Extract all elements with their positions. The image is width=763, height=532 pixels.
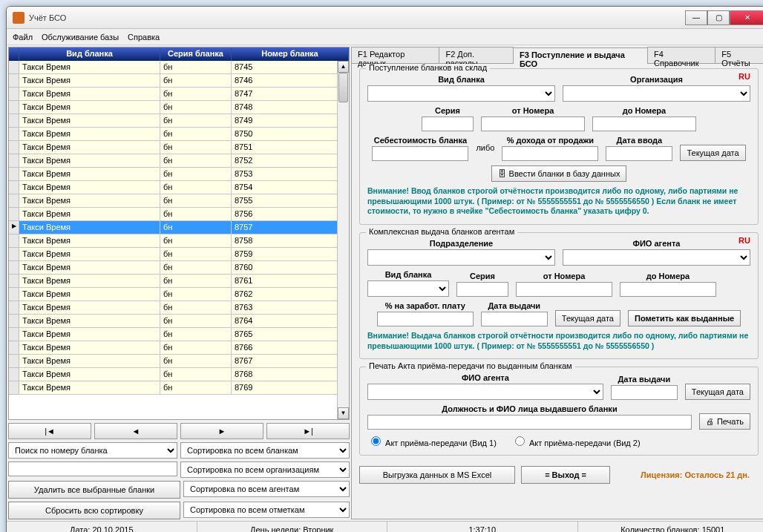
maximize-button[interactable]: ▢ [707,10,730,25]
table-row[interactable]: Такси Времябн8747 [9,88,349,101]
issue-today-button[interactable]: Текущая дата [555,310,620,326]
issue-from-input[interactable] [516,282,612,297]
window-title: Учёт БСО [29,13,685,22]
tab-f3[interactable]: F3 Поступление и выдача БСО [513,47,648,64]
issue-pct-input[interactable] [377,312,474,326]
issue-series-input[interactable] [456,282,508,297]
titlebar[interactable]: Учёт БСО — ▢ ✕ [7,7,763,29]
tab-f2[interactable]: F2 Доп. расходы [439,47,514,63]
tab-f4[interactable]: F4 Справочник [647,47,715,63]
issue-vid-combo[interactable] [367,280,449,297]
exit-button[interactable]: = Выход = [521,466,610,484]
license-label: Лицензия: Осталось 21 дн. [641,470,759,479]
menubar: Файл Обслуживание базы Справка [7,29,763,45]
col-header-vid[interactable]: Вид бланка [19,47,160,61]
table-row[interactable]: Такси Времябн8759 [9,248,349,261]
search-by-combo[interactable]: Поиск по номеру бланка [8,442,177,459]
ru-indicator-2: RU [739,236,750,245]
ru-indicator: RU [739,72,750,81]
nav-first[interactable]: |◄ [8,423,91,439]
nav-last[interactable]: ►| [266,423,350,439]
issue-date-input[interactable] [481,312,548,326]
issue-fio-combo[interactable] [563,249,750,266]
tab-f1[interactable]: F1 Редактор данных [351,47,439,63]
receipt-from-input[interactable] [481,116,585,131]
table-row[interactable]: Такси Времябн8760 [9,261,349,275]
menu-file[interactable]: Файл [13,33,33,42]
table-row[interactable]: Такси Времябн8765 [9,328,349,341]
group-receipt: Поступление бланков на склад RU Вид блан… [359,68,759,225]
table-row[interactable]: Такси Времябн8749 [9,114,349,128]
status-time: 1:37:10 [387,522,578,532]
delete-selected-button[interactable]: Удалить все выбранные бланки [8,481,180,499]
sort-blanks-combo[interactable]: Сортировка по всем бланкам [180,442,350,459]
table-row[interactable]: Такси Времябн8762 [9,288,349,301]
table-row[interactable]: Такси Времябн8769 [9,381,349,395]
export-excel-button[interactable]: Выгрузка данных в MS Excel [359,466,515,484]
search-input[interactable] [8,462,177,476]
print-position-input[interactable] [367,415,692,430]
sort-agents-combo[interactable]: Сортировка по всем агентам [183,481,350,497]
table-row[interactable]: Такси Времябн8766 [9,341,349,355]
reset-sort-button[interactable]: Сбросить всю сортировку [8,502,180,519]
table-row[interactable]: Такси Времябн8753 [9,168,349,181]
issue-to-input[interactable] [620,282,716,297]
act-type-2-radio[interactable]: Акт приёма-передачи (Вид 2) [511,434,641,447]
table-row[interactable]: Такси Времябн8757 [9,221,349,234]
print-date-input[interactable] [611,385,678,400]
issue-dept-combo[interactable] [367,249,555,266]
print-button[interactable]: 🖨Печать [699,413,750,430]
table-row[interactable]: Такси Времябн8755 [9,194,349,208]
close-button[interactable]: ✕ [730,10,763,25]
receipt-today-button[interactable]: Текущая дата [680,145,745,161]
menu-help[interactable]: Справка [128,33,160,42]
col-header-series[interactable]: Серия бланка [160,47,232,61]
table-row[interactable]: Такси Времябн8751 [9,141,349,154]
table-row[interactable]: Такси Времябн8758 [9,234,349,248]
table-row[interactable]: Такси Времябн8761 [9,275,349,288]
table-row[interactable]: Такси Времябн8754 [9,181,349,194]
receipt-pct-input[interactable] [502,146,598,161]
print-fio-combo[interactable] [367,384,603,400]
issue-note: Внимание! Выдача бланков строгой отчётно… [367,331,750,351]
nav-prev[interactable]: ◄ [94,423,177,439]
receipt-vid-combo[interactable] [367,85,555,102]
act-type-1-radio[interactable]: Акт приёма-передачи (Вид 1) [367,434,497,447]
receipt-date-input[interactable] [606,146,672,161]
tab-f5[interactable]: F5 Отчёты [715,47,763,63]
app-icon [13,12,24,24]
print-today-button[interactable]: Текущая дата [685,384,750,400]
group-print-act: Печать Акта приёма-передачи по выданным … [359,367,759,456]
statusbar: Дата: 20.10.2015 День недели: Вторник 1:… [7,521,763,532]
table-row[interactable]: Такси Времябн8750 [9,128,349,141]
table-row[interactable]: Такси Времябн8764 [9,315,349,328]
database-icon: 🗄 [498,169,506,178]
mark-issued-button[interactable]: Пометить как выданные [628,310,741,326]
grid-scrollbar[interactable]: ▲ ▼ [337,61,349,419]
table-row[interactable]: Такси Времябн8756 [9,208,349,221]
printer-icon: 🖨 [706,417,714,426]
table-row[interactable]: Такси Времябн8768 [9,368,349,381]
receipt-to-input[interactable] [592,116,696,131]
table-row[interactable]: Такси Времябн8746 [9,74,349,88]
menu-maintenance[interactable]: Обслуживание базы [42,33,119,42]
minimize-button[interactable]: — [685,10,707,25]
left-panel: Вид бланка Серия бланка Номер бланка Так… [8,47,350,519]
table-row[interactable]: Такси Времябн8745 [9,61,349,74]
right-panel: F1 Редактор данных F2 Доп. расходы F3 По… [351,47,763,519]
table-row[interactable]: Такси Времябн8763 [9,301,349,315]
table-row[interactable]: Такси Времябн8752 [9,154,349,168]
status-date: Дата: 20.10.2015 [7,522,197,532]
sort-orgs-combo[interactable]: Сортировка по всем организациям [180,462,350,478]
table-row[interactable]: Такси Времябн8748 [9,101,349,114]
status-count: Количество бланков: 15001 [578,522,764,532]
receipt-org-combo[interactable] [563,85,750,102]
sort-marks-combo[interactable]: Сортировка по всем отметкам [183,502,350,518]
nav-next[interactable]: ► [180,423,263,439]
insert-blanks-button[interactable]: 🗄Ввести бланки в базу данных [491,165,627,182]
col-header-number[interactable]: Номер бланка [232,47,349,61]
table-row[interactable]: Такси Времябн8767 [9,355,349,368]
receipt-cost-input[interactable] [372,146,468,161]
data-grid[interactable]: Вид бланка Серия бланка Номер бланка Так… [8,47,350,420]
receipt-series-input[interactable] [422,116,474,131]
